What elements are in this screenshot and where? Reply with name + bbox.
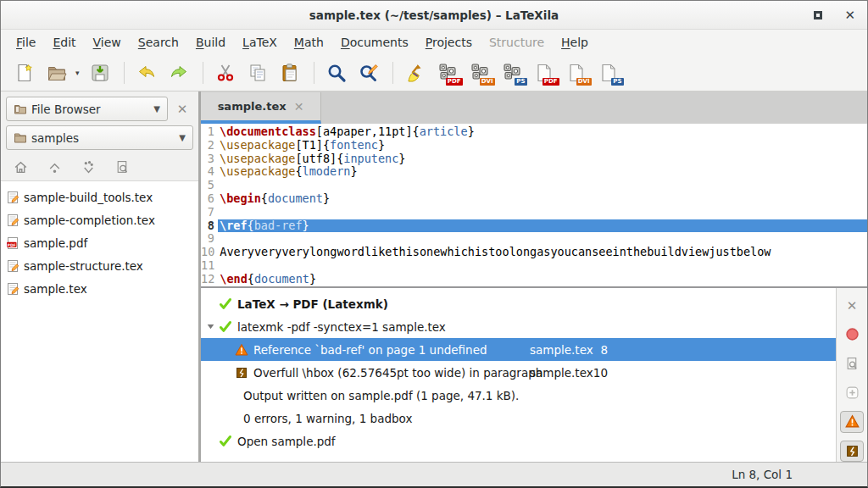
refresh-button[interactable] bbox=[111, 157, 133, 177]
titlebar[interactable]: sample.tex (~/test/samples) – LaTeXila ✕ bbox=[1, 1, 867, 30]
build-messages: LaTeX → PDF (Latexmk)latexmk -pdf -synct… bbox=[201, 288, 836, 462]
check-icon bbox=[219, 435, 233, 448]
build-latex-to-ps-badge: PS bbox=[515, 78, 526, 86]
undo-button[interactable] bbox=[131, 58, 162, 87]
file-item[interactable]: sample-completion.tex bbox=[1, 208, 198, 231]
copy-button[interactable] bbox=[242, 58, 273, 87]
redo-icon bbox=[169, 63, 189, 83]
code-line[interactable]: 10Averyveryverylongwordlikethisonewhichi… bbox=[201, 246, 867, 259]
build-latex-to-pdf-button[interactable]: PDF bbox=[432, 58, 463, 87]
code-line[interactable]: 4\usepackage{lmodern} bbox=[201, 165, 867, 179]
build-message-text: latexmk -pdf -synctex=1 sample.tex bbox=[237, 320, 446, 334]
chevron-down-icon: ▼ bbox=[179, 133, 186, 142]
side-panel-selector-label: File Browser bbox=[31, 103, 101, 116]
search-button[interactable] bbox=[321, 58, 352, 87]
build-view-toolbar: ✕ bbox=[836, 288, 867, 462]
menubar: FileEditViewSearchBuildLaTeXMathDocument… bbox=[1, 30, 867, 55]
build-message-row[interactable]: 0 errors, 1 warning, 1 badbox bbox=[201, 407, 836, 430]
file-item[interactable]: sample.tex bbox=[1, 277, 198, 300]
build-message-text: Overfull \hbox (62.57645pt too wide) in … bbox=[253, 366, 542, 380]
code-line[interactable]: 9 bbox=[201, 232, 867, 246]
close-side-panel-button[interactable]: ✕ bbox=[171, 98, 193, 120]
maximize-icon[interactable] bbox=[814, 11, 822, 19]
code-line[interactable]: 7 bbox=[201, 206, 867, 219]
open-icon bbox=[47, 63, 67, 83]
view-pdf-button[interactable]: PDF bbox=[529, 58, 559, 87]
cut-button[interactable] bbox=[210, 58, 241, 87]
redo-button[interactable] bbox=[164, 58, 194, 87]
line-number: 12 bbox=[201, 273, 218, 286]
warning-icon bbox=[845, 414, 860, 429]
menu-item-view[interactable]: View bbox=[85, 31, 130, 53]
open-dropdown-arrow[interactable]: ▾ bbox=[75, 69, 80, 77]
show-badboxes-toggle[interactable] bbox=[840, 441, 864, 462]
line-number: 5 bbox=[201, 179, 218, 192]
menu-item-math[interactable]: Math bbox=[286, 31, 332, 53]
menu-item-documents[interactable]: Documents bbox=[332, 31, 417, 53]
build-latex-to-ps-button[interactable]: PS bbox=[497, 58, 527, 87]
file-item[interactable]: sample-build_tools.tex bbox=[1, 186, 198, 208]
menu-item-projects[interactable]: Projects bbox=[417, 31, 481, 53]
show-details-button[interactable] bbox=[840, 353, 864, 374]
code-line[interactable]: 11 bbox=[201, 259, 867, 273]
build-message-row[interactable]: Overfull \hbox (62.57645pt too wide) in … bbox=[201, 361, 836, 384]
parent-directory-button[interactable] bbox=[43, 157, 65, 177]
code-line[interactable]: 2\usepackage[T1]{fontenc} bbox=[201, 139, 867, 152]
build-message-text: Open sample.pdf bbox=[237, 435, 336, 448]
show-errors-toggle[interactable] bbox=[840, 382, 864, 403]
code-line[interactable]: 8\ref{bad-ref} bbox=[201, 219, 867, 233]
build-message-row[interactable]: LaTeX → PDF (Latexmk) bbox=[201, 292, 836, 315]
menu-item-edit[interactable]: Edit bbox=[44, 31, 84, 53]
home-button[interactable] bbox=[9, 157, 31, 177]
menu-item-file[interactable]: File bbox=[8, 31, 44, 53]
new-document-button[interactable] bbox=[9, 58, 40, 87]
build-latex-to-dvi-button[interactable]: DVI bbox=[465, 58, 495, 87]
view-ps-button[interactable]: PS bbox=[593, 58, 624, 87]
tab-sample-tex[interactable]: sample.tex ✕ bbox=[201, 92, 321, 124]
build-message-row[interactable]: Reference `bad-ref' on page 1 undefineds… bbox=[201, 338, 836, 361]
code-line[interactable]: 5 bbox=[201, 179, 867, 192]
toolbar-separator bbox=[124, 62, 125, 84]
active-document-directory-button[interactable] bbox=[77, 157, 99, 177]
abort-button[interactable] bbox=[840, 324, 864, 345]
open-document-button[interactable] bbox=[42, 58, 72, 87]
close-window-icon[interactable]: ✕ bbox=[844, 11, 855, 19]
paste-button[interactable] bbox=[275, 58, 305, 87]
menu-item-build[interactable]: Build bbox=[187, 31, 234, 53]
side-panel-selector[interactable]: File Browser ▼ bbox=[6, 97, 168, 121]
menu-item-structure: Structure bbox=[481, 31, 553, 53]
window-title: sample.tex (~/test/samples) – LaTeXila bbox=[1, 8, 867, 22]
build-message-row[interactable]: Open sample.pdf bbox=[201, 430, 836, 452]
code-line[interactable]: 12\end{document} bbox=[201, 273, 867, 286]
clean-build-files-button[interactable] bbox=[400, 58, 431, 87]
menu-item-help[interactable]: Help bbox=[553, 31, 597, 53]
file-name: sample.pdf bbox=[24, 236, 87, 250]
file-name: sample-structure.tex bbox=[24, 259, 143, 273]
file-item[interactable]: sample-structure.tex bbox=[1, 254, 198, 277]
build-message-text: Output written on sample.pdf (1 page, 47… bbox=[243, 389, 519, 402]
code-line[interactable]: 6\begin{document} bbox=[201, 192, 867, 206]
code-line[interactable]: 1\documentclass[a4paper,11pt]{article} bbox=[201, 125, 867, 139]
line-number: 9 bbox=[201, 232, 218, 246]
build-message-line: 8 bbox=[584, 343, 608, 357]
tab-close-icon[interactable]: ✕ bbox=[294, 100, 304, 114]
code-text bbox=[218, 179, 867, 192]
expander-icon[interactable] bbox=[206, 322, 219, 331]
show-warnings-toggle[interactable] bbox=[840, 411, 864, 432]
code-line[interactable]: 3\usepackage[utf8]{inputenc} bbox=[201, 152, 867, 166]
close-build-view-button[interactable]: ✕ bbox=[840, 295, 864, 316]
menu-item-latex[interactable]: LaTeX bbox=[234, 31, 286, 53]
directory-selector[interactable]: samples ▼ bbox=[6, 125, 193, 150]
code-text bbox=[218, 206, 867, 219]
menu-item-search[interactable]: Search bbox=[130, 31, 187, 53]
file-item[interactable]: PDFsample.pdf bbox=[1, 231, 198, 254]
build-message-row[interactable]: Output written on sample.pdf (1 page, 47… bbox=[201, 384, 836, 407]
save-document-button[interactable] bbox=[85, 58, 115, 87]
arrow-up-icon bbox=[47, 160, 62, 175]
view-dvi-button[interactable]: DVI bbox=[561, 58, 592, 87]
directory-selector-label: samples bbox=[31, 131, 79, 145]
code-editor[interactable]: 1\documentclass[a4paper,11pt]{article}2\… bbox=[201, 124, 867, 286]
search-and-replace-button[interactable] bbox=[353, 58, 384, 87]
build-message-row[interactable]: latexmk -pdf -synctex=1 sample.tex bbox=[201, 315, 836, 338]
code-text: \end{document} bbox=[218, 273, 867, 286]
